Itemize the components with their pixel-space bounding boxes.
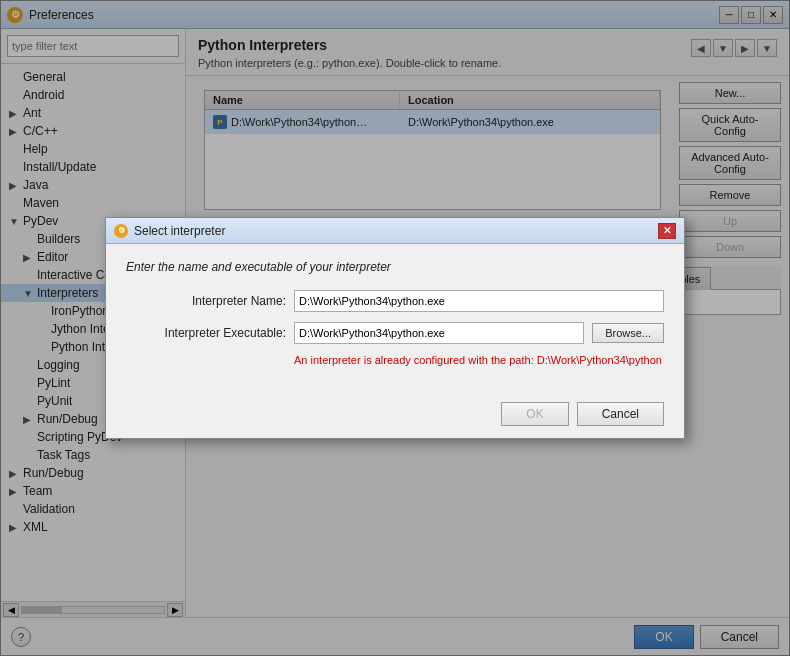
error-message: An interpreter is already configured wit…: [294, 354, 664, 366]
interpreter-name-input[interactable]: [294, 290, 664, 312]
dialog-buttons: OK Cancel: [106, 394, 684, 438]
dialog-app-icon: ⚙: [114, 224, 128, 238]
dialog-cancel-button[interactable]: Cancel: [577, 402, 664, 426]
dialog-content: Enter the name and executable of your in…: [106, 244, 684, 394]
interpreter-executable-input[interactable]: [294, 322, 584, 344]
dialog-close-button[interactable]: ✕: [658, 223, 676, 239]
main-window: ⚙ Preferences ─ □ ✕ General Android: [0, 0, 790, 656]
dialog-ok-button[interactable]: OK: [501, 402, 568, 426]
interpreter-executable-row: Interpreter Executable: Browse...: [126, 322, 664, 344]
interpreter-name-row: Interpreter Name:: [126, 290, 664, 312]
interpreter-executable-label: Interpreter Executable:: [126, 326, 286, 340]
overlay: ⚙ Select interpreter ✕ Enter the name an…: [0, 0, 790, 656]
dialog-title-bar: ⚙ Select interpreter ✕: [106, 218, 684, 244]
dialog-title: Select interpreter: [134, 224, 658, 238]
select-interpreter-dialog: ⚙ Select interpreter ✕ Enter the name an…: [105, 217, 685, 439]
browse-button[interactable]: Browse...: [592, 323, 664, 343]
interpreter-name-label: Interpreter Name:: [126, 294, 286, 308]
dialog-subtitle: Enter the name and executable of your in…: [126, 260, 664, 274]
